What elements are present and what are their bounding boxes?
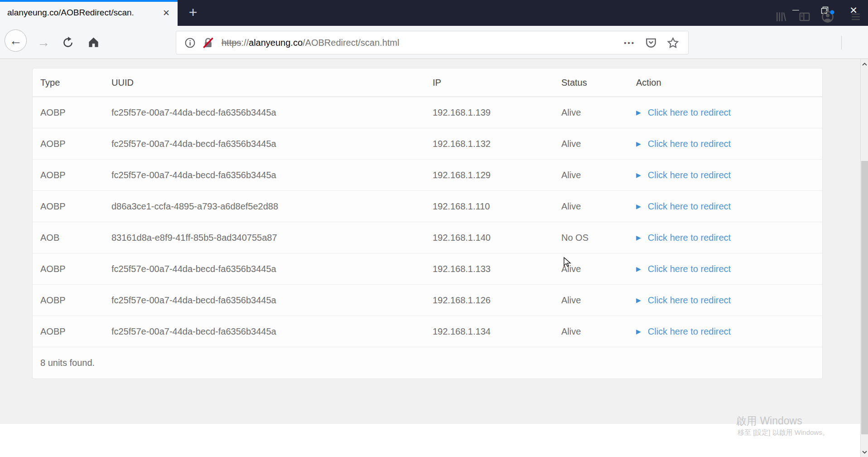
pocket-icon[interactable]	[645, 37, 657, 49]
forward-arrow-icon: →	[37, 36, 50, 49]
ip-cell: 192.168.1.139	[433, 107, 561, 118]
uuid-cell: fc25f57e-00a7-44da-becd-fa6356b3445a	[111, 326, 433, 337]
redirect-link[interactable]: Click here to redirect	[648, 264, 731, 274]
redirect-arrow-icon: ▶	[636, 266, 641, 272]
reload-button[interactable]	[57, 26, 79, 59]
url-scheme: https	[222, 38, 241, 48]
account-icon	[821, 10, 834, 24]
table-row: AOBPfc25f57e-00a7-44da-becd-fa6356b3445a…	[33, 128, 822, 160]
new-tab-button[interactable]: +	[184, 4, 202, 22]
titlebar: alanyeung.co/AOBRedirect/scan. ✕ + ✕	[0, 0, 868, 26]
uuid-cell: fc25f57e-00a7-44da-becd-fa6356b3445a	[111, 264, 433, 274]
redirect-link[interactable]: Click here to redirect	[648, 201, 731, 212]
table-row: AOBPfc25f57e-00a7-44da-becd-fa6356b3445a…	[33, 285, 822, 316]
status-cell: Alive	[561, 326, 636, 337]
ip-cell: 192.168.1.134	[433, 326, 561, 337]
url-separator: ://	[241, 38, 249, 48]
redirect-arrow-icon: ▶	[636, 109, 641, 116]
back-button[interactable]: ←	[5, 29, 27, 52]
forward-button[interactable]: →	[33, 26, 54, 59]
bookmark-star-icon[interactable]	[667, 37, 679, 49]
status-cell: Alive	[561, 295, 636, 306]
home-icon	[87, 36, 100, 49]
type-cell: AOBP	[40, 139, 111, 149]
page-content: If your NAS is not listed, which means t…	[0, 59, 860, 457]
redirect-arrow-icon: ▶	[636, 234, 641, 241]
reload-icon	[62, 37, 74, 49]
redirect-arrow-icon: ▶	[636, 203, 641, 209]
ip-cell: 192.168.1.140	[433, 233, 561, 243]
ip-cell: 192.168.1.126	[433, 295, 561, 306]
vertical-scrollbar[interactable]	[860, 59, 868, 457]
action-cell: ▶Click here to redirect	[636, 233, 822, 243]
uuid-cell: fc25f57e-00a7-44da-becd-fa6356b3445a	[111, 107, 433, 118]
site-info-icon[interactable]	[184, 37, 196, 49]
chevron-up-icon	[862, 63, 867, 66]
ip-cell: 192.168.1.133	[433, 264, 561, 274]
scrollbar-thumb[interactable]	[861, 161, 868, 434]
uuid-cell: d86a3ce1-ccfa-4895-a793-a6d8ef5e2d88	[111, 201, 433, 212]
status-cell: Alive	[561, 170, 636, 180]
status-cell: No OS	[561, 233, 636, 243]
summary-row: 8 units found.	[33, 347, 822, 379]
action-cell: ▶Click here to redirect	[636, 201, 822, 212]
url-bar[interactable]: https://alanyeung.co/AOBRedirect/scan.ht…	[176, 31, 689, 54]
action-cell: ▶Click here to redirect	[636, 264, 822, 274]
action-cell: ▶Click here to redirect	[636, 295, 822, 306]
bottom-section: If your NAS is not listed, which means t…	[0, 424, 860, 457]
url-path: /AOBRedirect/scan.html	[303, 38, 399, 48]
status-cell: Alive	[561, 139, 636, 149]
table-row: AOBPfc25f57e-00a7-44da-becd-fa6356b3445a…	[33, 97, 822, 128]
account-button[interactable]	[818, 0, 838, 33]
uuid-cell: 83161d8a-e8f9-41ff-85b5-8ad340755a87	[111, 233, 433, 243]
page-actions-icon[interactable]: •••	[624, 39, 635, 47]
status-cell: Alive	[561, 107, 636, 118]
table-row: AOBPfc25f57e-00a7-44da-becd-fa6356b3445a…	[33, 316, 822, 347]
redirect-arrow-icon: ▶	[636, 328, 641, 335]
redirect-link[interactable]: Click here to redirect	[648, 326, 731, 337]
ip-cell: 192.168.1.110	[433, 201, 561, 212]
insecure-lock-icon[interactable]	[202, 37, 214, 49]
redirect-arrow-icon: ▶	[636, 172, 641, 178]
chevron-down-icon	[862, 451, 867, 454]
library-icon	[775, 11, 787, 23]
uuid-cell: fc25f57e-00a7-44da-becd-fa6356b3445a	[111, 295, 433, 306]
action-cell: ▶Click here to redirect	[636, 107, 822, 118]
back-arrow-icon: ←	[10, 34, 22, 47]
browser-tab[interactable]: alanyeung.co/AOBRedirect/scan. ✕	[0, 0, 178, 26]
table-row: AOBPfc25f57e-00a7-44da-becd-fa6356b3445a…	[33, 253, 822, 285]
table-header-row: TypeUUIDIPStatusAction	[33, 68, 822, 97]
redirect-link[interactable]: Click here to redirect	[648, 295, 731, 306]
library-button[interactable]	[772, 0, 791, 33]
activate-windows-watermark-sub: 移至 [設定] 以啟用 Windows。	[738, 428, 829, 437]
table-row: AOBPd86a3ce1-ccfa-4895-a793-a6d8ef5e2d88…	[33, 191, 822, 222]
toolbar-divider	[841, 36, 842, 49]
redirect-link[interactable]: Click here to redirect	[648, 107, 731, 118]
redirect-link[interactable]: Click here to redirect	[648, 139, 731, 149]
status-cell: Alive	[561, 201, 636, 212]
column-header: Status	[561, 78, 636, 88]
type-cell: AOBP	[40, 264, 111, 274]
redirect-arrow-icon: ▶	[636, 297, 641, 303]
redirect-link[interactable]: Click here to redirect	[648, 170, 731, 180]
type-cell: AOBP	[40, 107, 111, 118]
mouse-cursor	[562, 257, 573, 267]
column-header: Action	[636, 78, 822, 88]
type-cell: AOB	[40, 233, 111, 243]
uuid-cell: fc25f57e-00a7-44da-becd-fa6356b3445a	[111, 139, 433, 149]
home-button[interactable]	[82, 26, 104, 59]
action-cell: ▶Click here to redirect	[636, 139, 822, 149]
menu-button[interactable]	[846, 0, 865, 33]
type-cell: AOBP	[40, 170, 111, 180]
units-found-text: 8 units found.	[40, 358, 95, 368]
redirect-link[interactable]: Click here to redirect	[648, 233, 731, 243]
tab-close-icon[interactable]: ✕	[159, 6, 173, 20]
scroll-down-button[interactable]	[861, 447, 868, 457]
table-row: AOB83161d8a-e8f9-41ff-85b5-8ad340755a871…	[33, 222, 822, 253]
uuid-cell: fc25f57e-00a7-44da-becd-fa6356b3445a	[111, 170, 433, 180]
tab-title-fade	[130, 2, 157, 26]
type-cell: AOBP	[40, 326, 111, 337]
scroll-up-button[interactable]	[861, 59, 868, 69]
sidebar-toggle-button[interactable]	[795, 0, 814, 33]
column-header: UUID	[111, 78, 433, 88]
